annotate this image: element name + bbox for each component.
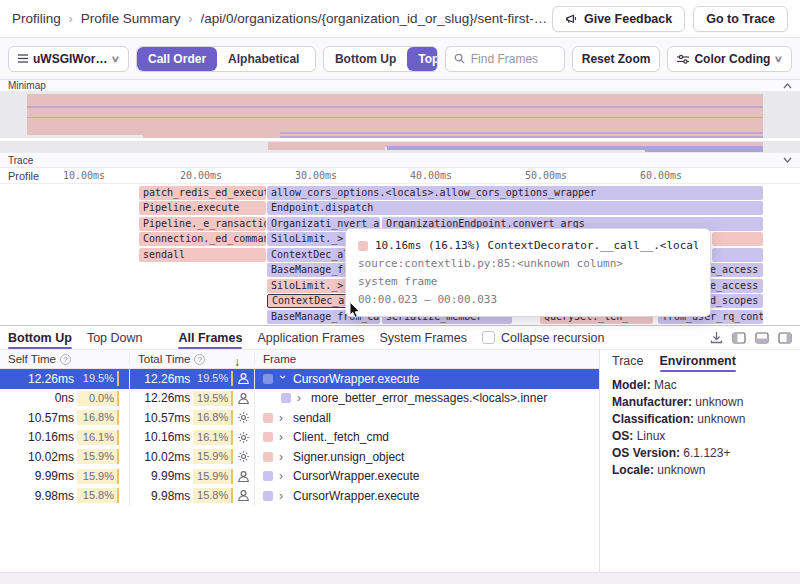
layout-right-panel-icon[interactable] xyxy=(778,332,792,344)
flame-frame[interactable]: Connection._ed_command xyxy=(139,232,266,246)
flamegraph-toolbar: uWSGIWor… ∨ Call Order Alphabetical Left… xyxy=(0,38,800,80)
flame-frame[interactable]: patch_redis_ed_execute xyxy=(139,186,266,200)
breadcrumb-profile-summary[interactable]: Profile Summary xyxy=(81,11,181,26)
flame-frame[interactable]: ContextDec_als>.i xyxy=(267,248,347,262)
total-time-label: Total Time xyxy=(138,353,190,365)
flame-frame[interactable]: BaseManage_from_c xyxy=(267,263,347,277)
breadcrumb-profiling[interactable]: Profiling xyxy=(12,11,61,26)
direction-option-top-down[interactable]: Top Down xyxy=(407,47,437,71)
find-frames-search[interactable]: i xyxy=(445,46,565,72)
detail-line: OS: Linux xyxy=(612,428,788,445)
tab-application-frames[interactable]: Application Frames xyxy=(257,326,364,349)
application-frame-icon xyxy=(233,392,254,405)
table-row[interactable]: 0ns0.0% 12.26ms19.5% › more_better_error… xyxy=(0,389,599,409)
collapse-recursion-label: Collapse recursion xyxy=(501,331,605,345)
sort-option-alphabetical[interactable]: Alphabetical xyxy=(217,47,310,71)
frame-name: Client._fetch_cmd xyxy=(293,430,389,444)
column-header-self-time[interactable]: Self Time ? xyxy=(0,353,130,365)
tab-environment[interactable]: Environment xyxy=(660,349,736,372)
flame-frame[interactable]: SiloLimit._>.over xyxy=(267,279,347,293)
layout-left-panel-icon[interactable] xyxy=(732,332,746,344)
chevron-collapsed-icon[interactable]: › xyxy=(279,411,287,425)
tab-system-frames[interactable]: System Frames xyxy=(379,326,467,349)
self-time-label: Self Time xyxy=(8,353,56,365)
thread-selector-label: uWSGIWor… xyxy=(33,52,107,66)
frame-cell[interactable]: › Client._fetch_cmd xyxy=(255,428,599,448)
self-time-cell: 10.57ms16.8% xyxy=(0,408,130,428)
sliders-icon xyxy=(677,54,689,64)
frame-cell[interactable]: › sendall xyxy=(255,408,599,428)
ruler-tick: 10.00ms xyxy=(63,170,105,181)
details-tabs: Trace Environment xyxy=(600,349,800,371)
flame-frame[interactable]: SiloLimit._>.over xyxy=(267,232,347,246)
chevron-collapsed-icon[interactable]: › xyxy=(279,469,287,483)
tab-all-frames[interactable]: All Frames xyxy=(178,326,242,349)
help-icon: ? xyxy=(194,354,205,365)
ruler-tick: 20.00ms xyxy=(180,170,222,181)
table-row[interactable]: 10.16ms16.1% 10.16ms16.1% › Client._fetc… xyxy=(0,428,599,448)
flame-frame[interactable] xyxy=(712,232,763,246)
table-body: 12.26ms19.5% 12.26ms19.5% › CursorWrappe… xyxy=(0,369,599,506)
frame-cell[interactable]: › CursorWrapper.execute xyxy=(255,369,599,389)
breadcrumb-transaction[interactable]: /api/0/organizations/{organization_id_or… xyxy=(201,11,548,26)
table-row[interactable]: 9.99ms15.9% 9.99ms15.9% › CursorWrapper.… xyxy=(0,467,599,487)
minimap-canvas[interactable] xyxy=(0,92,800,152)
reset-zoom-button[interactable]: Reset Zoom xyxy=(572,46,661,72)
table-row[interactable]: 10.57ms16.8% 10.57ms16.8% › sendall xyxy=(0,408,599,428)
table-row[interactable]: 9.98ms15.8% 9.98ms15.8% › CursorWrapper.… xyxy=(0,486,599,506)
thread-selector-dropdown[interactable]: uWSGIWor… ∨ xyxy=(8,46,129,72)
frame-cell[interactable]: › more_better_error_messages.<locals>.in… xyxy=(255,389,599,409)
application-frame-icon xyxy=(233,489,254,502)
table-row[interactable]: 10.02ms15.9% 10.02ms15.9% › Signer.unsig… xyxy=(0,447,599,467)
flame-frame[interactable] xyxy=(712,248,763,262)
chevron-collapsed-icon[interactable]: › xyxy=(297,391,305,405)
system-frame-icon xyxy=(233,450,254,463)
application-frame-icon xyxy=(233,470,254,483)
tab-trace[interactable]: Trace xyxy=(612,349,644,372)
go-to-trace-label: Go to Trace xyxy=(706,12,775,26)
frame-name: Signer.unsign_object xyxy=(293,450,404,464)
frame-tabs-bar: Bottom Up Top Down All Frames Applicatio… xyxy=(0,326,800,349)
flame-frame[interactable]: ContextDec_als>.i xyxy=(267,294,347,308)
download-icon[interactable] xyxy=(710,331,723,344)
sort-option-left-heavy[interactable]: Left Heavy xyxy=(310,47,316,71)
flame-frame[interactable]: Pipeline.execute xyxy=(139,201,266,215)
frame-name: more_better_error_messages.<locals>.inne… xyxy=(311,391,547,405)
horizontal-scrollbar[interactable] xyxy=(0,572,800,584)
tooltip-source: source:contextlib.py:85:<unknown column> xyxy=(358,255,698,273)
direction-option-bottom-up[interactable]: Bottom Up xyxy=(324,47,407,71)
flame-frame[interactable]: Endpoint.dispatch xyxy=(267,201,763,215)
give-feedback-button[interactable]: Give Feedback xyxy=(552,6,685,32)
frame-cell[interactable]: › Signer.unsign_object xyxy=(255,447,599,467)
table-row[interactable]: 12.26ms19.5% 12.26ms19.5% › CursorWrappe… xyxy=(0,369,599,389)
direction-segmented-control: Bottom Up Top Down xyxy=(323,46,438,72)
frame-name: CursorWrapper.execute xyxy=(293,489,420,503)
go-to-trace-button[interactable]: Go to Trace xyxy=(693,6,788,32)
sort-descending-icon[interactable]: ↓ xyxy=(234,355,240,369)
chevron-collapsed-icon[interactable]: › xyxy=(279,450,287,464)
sort-option-call-order[interactable]: Call Order xyxy=(137,47,217,71)
collapse-minimap-icon[interactable] xyxy=(783,83,792,89)
flame-frame[interactable]: allow_cors_options.<locals>.allow_cors_o… xyxy=(267,186,763,200)
tab-top-down[interactable]: Top Down xyxy=(87,326,143,349)
frame-cell[interactable]: › CursorWrapper.execute xyxy=(255,486,599,506)
column-header-total-time[interactable]: Total Time ? ↓ xyxy=(130,353,255,365)
chevron-expanded-icon[interactable]: › xyxy=(276,375,290,383)
flame-frame[interactable]: sendall xyxy=(139,248,266,262)
frame-label: Frame xyxy=(263,353,296,365)
column-header-frame[interactable]: Frame xyxy=(255,353,599,365)
flame-frame[interactable]: Pipeline._e_ransaction xyxy=(139,217,266,231)
tab-bottom-up[interactable]: Bottom Up xyxy=(8,326,72,349)
frame-cell[interactable]: › CursorWrapper.execute xyxy=(255,467,599,487)
system-frame-icon xyxy=(233,431,254,444)
layout-bottom-panel-icon[interactable] xyxy=(755,332,769,344)
detail-line: Locale: unknown xyxy=(612,462,788,479)
chevron-collapsed-icon[interactable]: › xyxy=(279,489,287,503)
detail-line: Manufacturer: unknown xyxy=(612,394,788,411)
frame-name: sendall xyxy=(293,411,331,425)
chevron-collapsed-icon[interactable]: › xyxy=(279,430,287,444)
color-coding-dropdown[interactable]: Color Coding ∨ xyxy=(667,46,792,72)
collapse-recursion-checkbox[interactable] xyxy=(482,331,495,344)
collapse-trace-icon[interactable] xyxy=(783,157,792,163)
collapse-recursion-toggle[interactable]: Collapse recursion xyxy=(482,331,605,345)
